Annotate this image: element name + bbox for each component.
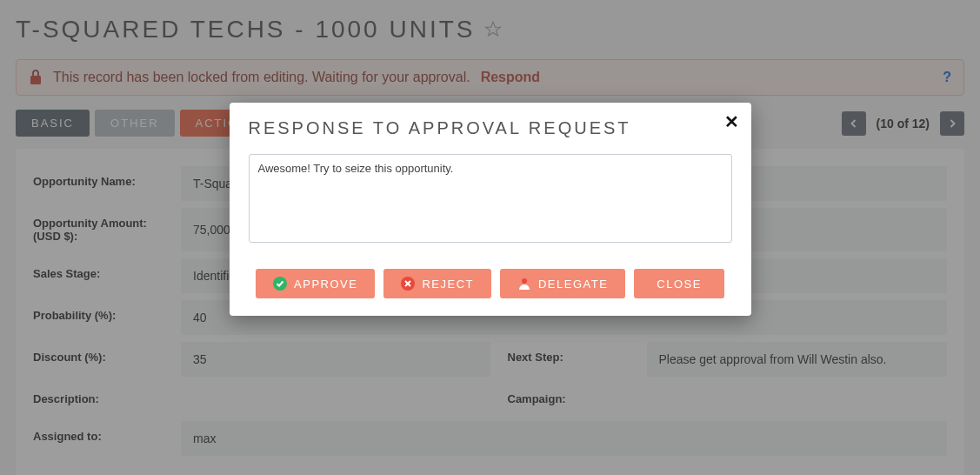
- delegate-button[interactable]: DELEGATE: [500, 269, 625, 298]
- modal-title: RESPONSE TO APPROVAL REQUEST: [249, 118, 732, 138]
- modal-actions: APPROVE REJECT DELEGATE CLOSE: [249, 269, 732, 298]
- reject-label: REJECT: [422, 278, 474, 291]
- close-icon[interactable]: ✕: [724, 111, 739, 132]
- approval-response-modal: ✕ RESPONSE TO APPROVAL REQUEST APPROVE R…: [230, 103, 751, 316]
- reject-button[interactable]: REJECT: [383, 269, 491, 298]
- close-button[interactable]: CLOSE: [634, 269, 724, 298]
- svg-point-5: [522, 278, 527, 284]
- modal-overlay: ✕ RESPONSE TO APPROVAL REQUEST APPROVE R…: [0, 0, 980, 475]
- x-circle-icon: [401, 277, 415, 291]
- person-icon: [517, 277, 531, 291]
- check-circle-icon: [273, 277, 287, 291]
- close-label: CLOSE: [657, 278, 702, 291]
- approve-button[interactable]: APPROVE: [256, 269, 375, 298]
- response-textarea[interactable]: [249, 154, 732, 243]
- delegate-label: DELEGATE: [538, 278, 608, 291]
- approve-label: APPROVE: [294, 278, 357, 291]
